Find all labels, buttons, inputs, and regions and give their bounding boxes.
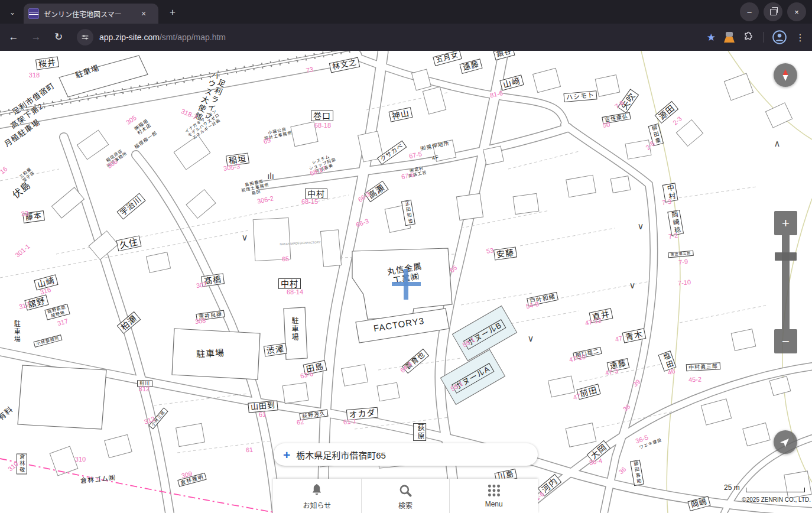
zoom-track[interactable]	[782, 235, 790, 329]
bookmark-star-icon[interactable]: ★	[707, 31, 716, 44]
robot-body	[724, 37, 735, 43]
scale-label: 25 m	[724, 483, 740, 492]
city-boundary-line	[0, 459, 278, 513]
annex-buildings	[440, 306, 517, 404]
robot-head	[726, 32, 733, 37]
browser-menu-icon[interactable]: ⋮	[795, 32, 805, 43]
zenrin-favicon-icon	[28, 8, 39, 19]
extension-robot-icon[interactable]	[724, 32, 735, 43]
address-bar[interactable]: app.zip-site.com/smt/app/map.htm	[74, 27, 700, 47]
profile-avatar[interactable]	[772, 30, 787, 45]
menu-grid-icon	[486, 483, 502, 498]
address-search-bar[interactable]: + 栃木県足利市借宿町65	[274, 443, 538, 466]
nav-search-label: 検索	[398, 500, 413, 510]
zoom-control: + −	[774, 211, 797, 353]
nav-search-button[interactable]: 検索	[361, 479, 450, 513]
new-tab-button[interactable]: +	[165, 5, 180, 20]
compass-button[interactable]	[774, 63, 797, 87]
tab-title: ゼンリン住宅地図スマー	[44, 9, 138, 19]
back-button[interactable]: ←	[5, 28, 22, 46]
url-text: app.zip-site.com/smt/app/map.htm	[99, 33, 226, 42]
window-controls: – ×	[740, 2, 806, 21]
add-address-icon[interactable]: +	[283, 449, 290, 461]
restore-icon	[770, 9, 777, 15]
zoom-slider-handle[interactable]	[775, 252, 797, 261]
nav-notifications-label: お知らせ	[303, 500, 331, 510]
window-minimize-button[interactable]: –	[740, 2, 759, 21]
compass-needle-icon	[779, 69, 792, 82]
map-center-marker-vertical	[404, 269, 408, 300]
zoom-out-button[interactable]: −	[774, 329, 797, 353]
reload-button[interactable]: ↻	[50, 28, 67, 46]
search-icon	[398, 483, 413, 498]
extensions-puzzle-icon[interactable]	[743, 31, 755, 43]
nav-notifications-button[interactable]: お知らせ	[273, 479, 361, 513]
copyright-notice: ©2025 ZENRIN CO., LTD.	[742, 496, 811, 503]
site-settings-icon	[81, 33, 89, 41]
window-close-button[interactable]: ×	[787, 2, 806, 21]
navigation-arrow-icon	[779, 436, 791, 448]
site-info-button[interactable]	[77, 29, 93, 46]
tab-strip: ⌄ ゼンリン住宅地図スマー × + – ×	[0, 0, 812, 24]
nav-menu-label: Menu	[485, 500, 503, 508]
url-host: app.zip-site.com	[99, 33, 160, 42]
scale-bar	[746, 488, 805, 492]
browser-toolbar: ← → ↻ app.zip-site.com/smt/app/map.htm ★…	[0, 24, 812, 51]
forward-button[interactable]: →	[27, 28, 45, 46]
nav-menu-button[interactable]: Menu	[449, 479, 538, 513]
railway-line	[0, 51, 350, 113]
bell-icon	[309, 483, 324, 498]
url-path: /smt/app/map.htm	[160, 33, 226, 42]
toolbar-right: ★ ⋮	[707, 30, 805, 45]
locate-me-button[interactable]	[774, 430, 797, 454]
zoom-in-button[interactable]: +	[774, 211, 797, 235]
bottom-navigation: お知らせ 検索 Menu	[273, 479, 538, 513]
window-restore-button[interactable]	[764, 2, 782, 21]
tab-list-chevron-icon[interactable]: ⌄	[5, 5, 20, 20]
address-search-value: 栃木県足利市借宿町65	[296, 449, 386, 461]
tab-close-icon[interactable]: ×	[138, 8, 149, 19]
toolbar-divider	[763, 32, 764, 43]
active-tab[interactable]: ゼンリン住宅地図スマー ×	[24, 4, 158, 24]
